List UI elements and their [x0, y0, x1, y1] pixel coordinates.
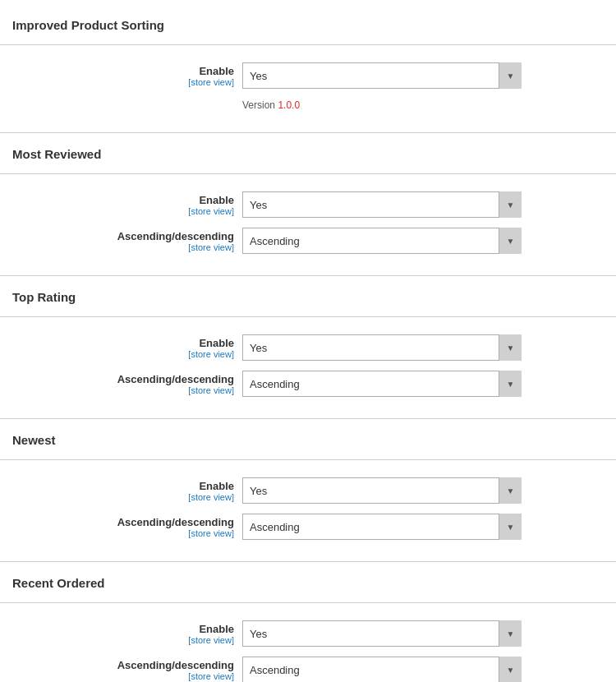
- enable-label-main: Enable: [0, 65, 234, 77]
- form-row-asc-newest: Ascending/descending [store view] Ascend…: [0, 509, 616, 545]
- section-most-reviewed: Most Reviewed Enable [store view] Yes No: [0, 137, 616, 271]
- enable-control-col-most-reviewed: Yes No: [242, 191, 616, 218]
- asc-select-recent-ordered[interactable]: Ascending Descending: [242, 657, 522, 682]
- enable-select-wrapper-top-rating: Yes No: [242, 334, 522, 361]
- section-title-top-rating: Top Rating: [0, 280, 616, 312]
- section-divider-after-main: [0, 132, 616, 133]
- asc-select-most-reviewed[interactable]: Ascending Descending: [242, 228, 522, 254]
- asc-label-top-rating: Ascending/descending: [0, 373, 234, 385]
- section-body-top-rating: Enable [store view] Yes No Ascending/des…: [0, 321, 616, 414]
- form-row-enable-most-reviewed: Enable [store view] Yes No: [0, 187, 616, 223]
- section-divider-top-rating: [0, 316, 616, 317]
- enable-label-newest: Enable: [0, 480, 234, 492]
- enable-control-col-main: Yes No: [242, 62, 616, 89]
- asc-select-top-rating[interactable]: Ascending Descending: [242, 371, 522, 397]
- asc-control-col-recent-ordered: Ascending Descending: [242, 657, 616, 682]
- store-view-label-asc-recent-ordered: [store view]: [0, 671, 234, 681]
- asc-control-col-newest: Ascending Descending: [242, 514, 616, 540]
- store-view-label-most-reviewed: [store view]: [0, 206, 234, 216]
- section-body-improved-product-sorting: Enable [store view] Yes No: [0, 49, 616, 128]
- enable-select-wrapper-newest: Yes No: [242, 477, 522, 504]
- section-improved-product-sorting: Improved Product Sorting Enable [store v…: [0, 8, 616, 128]
- section-body-most-reviewed: Enable [store view] Yes No Ascending/des…: [0, 178, 616, 271]
- asc-label-most-reviewed: Ascending/descending: [0, 230, 234, 242]
- enable-select-wrapper-most-reviewed: Yes No: [242, 191, 522, 218]
- store-view-label-top-rating: [store view]: [0, 349, 234, 359]
- section-divider-recent-ordered: [0, 602, 616, 603]
- enable-control-col-recent-ordered: Yes No: [242, 620, 616, 647]
- enable-select-most-reviewed[interactable]: Yes No: [242, 191, 522, 218]
- enable-control-col-top-rating: Yes No: [242, 334, 616, 361]
- enable-label-col-top-rating: Enable [store view]: [0, 337, 242, 359]
- enable-label-col-most-reviewed: Enable [store view]: [0, 194, 242, 216]
- section-top-rating: Top Rating Enable [store view] Yes No: [0, 280, 616, 414]
- section-divider-after-newest: [0, 561, 616, 562]
- form-row-asc-most-reviewed: Ascending/descending [store view] Ascend…: [0, 223, 616, 259]
- section-divider-newest: [0, 459, 616, 460]
- enable-label-recent-ordered: Enable: [0, 623, 234, 635]
- enable-select-wrapper-recent-ordered: Yes No: [242, 620, 522, 647]
- enable-label-top-rating: Enable: [0, 337, 234, 349]
- version-col: Version 1.0.0: [242, 99, 616, 111]
- enable-label-most-reviewed: Enable: [0, 194, 234, 206]
- asc-select-newest[interactable]: Ascending Descending: [242, 514, 522, 540]
- form-row-enable-top-rating: Enable [store view] Yes No: [0, 329, 616, 366]
- enable-label-col-main: Enable [store view]: [0, 65, 242, 87]
- form-row-enable-newest: Enable [store view] Yes No: [0, 472, 616, 509]
- enable-select-top-rating[interactable]: Yes No: [242, 334, 522, 361]
- form-row-enable-recent-ordered: Enable [store view] Yes No: [0, 615, 616, 652]
- section-divider: [0, 44, 616, 45]
- enable-label-col-recent-ordered: Enable [store view]: [0, 623, 242, 645]
- section-recent-ordered: Recent Ordered Enable [store view] Yes N…: [0, 566, 616, 682]
- version-text: Version 1.0.0: [242, 97, 300, 111]
- asc-control-col-top-rating: Ascending Descending: [242, 371, 616, 397]
- section-newest: Newest Enable [store view] Yes No: [0, 423, 616, 557]
- form-row-version: Version 1.0.0: [0, 94, 616, 116]
- section-divider-after-most-reviewed: [0, 275, 616, 276]
- version-number: 1.0.0: [278, 99, 300, 111]
- section-title-newest: Newest: [0, 423, 616, 455]
- enable-select-main[interactable]: Yes No: [242, 62, 522, 89]
- section-body-recent-ordered: Enable [store view] Yes No Ascending/des…: [0, 607, 616, 682]
- asc-select-wrapper-most-reviewed: Ascending Descending: [242, 228, 522, 254]
- asc-label-col-top-rating: Ascending/descending [store view]: [0, 373, 242, 395]
- enable-label-col-newest: Enable [store view]: [0, 480, 242, 502]
- enable-select-wrapper-main: Yes No: [242, 62, 522, 89]
- section-title-recent-ordered: Recent Ordered: [0, 566, 616, 598]
- asc-label-newest: Ascending/descending: [0, 516, 234, 528]
- section-divider-after-top-rating: [0, 418, 616, 419]
- asc-label-recent-ordered: Ascending/descending: [0, 659, 234, 671]
- section-title-improved-product-sorting: Improved Product Sorting: [0, 8, 616, 40]
- form-row-enable-main: Enable [store view] Yes No: [0, 58, 616, 94]
- page-container: Improved Product Sorting Enable [store v…: [0, 0, 616, 682]
- section-divider-most-reviewed: [0, 173, 616, 174]
- asc-select-wrapper-top-rating: Ascending Descending: [242, 371, 522, 397]
- store-view-label-recent-ordered: [store view]: [0, 635, 234, 645]
- asc-label-col-newest: Ascending/descending [store view]: [0, 516, 242, 538]
- section-title-most-reviewed: Most Reviewed: [0, 137, 616, 169]
- store-view-label-main: [store view]: [0, 77, 234, 87]
- form-row-asc-recent-ordered: Ascending/descending [store view] Ascend…: [0, 652, 616, 682]
- asc-label-col-recent-ordered: Ascending/descending [store view]: [0, 659, 242, 681]
- asc-select-wrapper-newest: Ascending Descending: [242, 514, 522, 540]
- form-row-asc-top-rating: Ascending/descending [store view] Ascend…: [0, 366, 616, 402]
- asc-select-wrapper-recent-ordered: Ascending Descending: [242, 657, 522, 682]
- section-body-newest: Enable [store view] Yes No Ascending/des…: [0, 464, 616, 557]
- enable-select-recent-ordered[interactable]: Yes No: [242, 620, 522, 647]
- asc-control-col-most-reviewed: Ascending Descending: [242, 228, 616, 254]
- asc-label-col-most-reviewed: Ascending/descending [store view]: [0, 230, 242, 252]
- enable-select-newest[interactable]: Yes No: [242, 477, 522, 504]
- store-view-label-newest: [store view]: [0, 492, 234, 502]
- store-view-label-asc-top-rating: [store view]: [0, 385, 234, 395]
- store-view-label-asc-newest: [store view]: [0, 528, 234, 538]
- enable-control-col-newest: Yes No: [242, 477, 616, 504]
- store-view-label-asc-most-reviewed: [store view]: [0, 242, 234, 252]
